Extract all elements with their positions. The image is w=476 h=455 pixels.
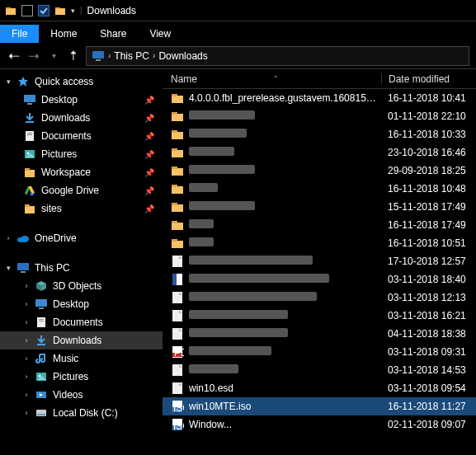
- nav-recent-dropdown[interactable]: ▾: [46, 49, 61, 63]
- file-name-redacted: [189, 364, 376, 376]
- chevron-right-icon[interactable]: ›: [23, 409, 30, 417]
- address-bar: 🠐 🠒 ▾ 🠑 › This PC › Downloads: [0, 43, 476, 69]
- tab-file[interactable]: File: [0, 25, 39, 43]
- sidebar-item-desktop[interactable]: Desktop📌: [0, 91, 163, 109]
- sidebar-item-pictures[interactable]: ›Pictures: [0, 368, 163, 386]
- folder-icon: [171, 237, 184, 250]
- column-date[interactable]: Date modified: [381, 73, 476, 85]
- file-row[interactable]: 29-09-2018 18:25: [163, 162, 476, 180]
- file-row[interactable]: 17-10-2018 12:57: [163, 252, 476, 270]
- file-row[interactable]: ISOWindow...02-11-2018 09:07: [163, 415, 476, 434]
- file-row[interactable]: 03-11-2018 18:40: [163, 270, 476, 288]
- tab-share[interactable]: Share: [88, 25, 138, 43]
- sidebar-item-pictures[interactable]: Pictures📌: [0, 145, 163, 163]
- chevron-down-icon[interactable]: ▾: [5, 264, 12, 272]
- chevron-right-icon[interactable]: ›: [23, 336, 30, 345]
- sidebar-item-label: This PC: [35, 262, 70, 274]
- chevron-right-icon[interactable]: ›: [23, 282, 30, 290]
- svg-rect-52: [172, 167, 177, 169]
- crumb-current[interactable]: Downloads: [158, 50, 207, 62]
- this-pc-icon: [92, 50, 105, 62]
- file-date: 03-11-2018 18:40: [381, 274, 476, 285]
- file-row[interactable]: 16-11-2018 10:48: [163, 180, 476, 198]
- this-pc-icon: [16, 261, 30, 274]
- sidebar-item-downloads[interactable]: ›Downloads: [0, 331, 163, 349]
- sidebar-item-label: Desktop: [41, 94, 78, 106]
- chevron-right-icon[interactable]: ›: [23, 391, 30, 399]
- sidebar-quick-access[interactable]: ▾ Quick access: [0, 73, 163, 91]
- sidebar-item-desktop[interactable]: ›Desktop: [0, 295, 163, 313]
- tab-view[interactable]: View: [138, 25, 182, 43]
- sidebar-item-label: Desktop: [53, 298, 89, 310]
- pin-icon: 📌: [144, 114, 154, 123]
- sidebar-item-documents[interactable]: ›Documents: [0, 313, 163, 331]
- qat-dropdown-icon[interactable]: ▾: [71, 7, 75, 15]
- file-date: 01-11-2018 22:10: [381, 110, 476, 122]
- select-toggle-icon[interactable]: [21, 5, 33, 16]
- nav-up-button[interactable]: 🠑: [66, 49, 81, 63]
- file-row[interactable]: 03-11-2018 16:21: [163, 307, 476, 325]
- chevron-right-icon[interactable]: ›: [23, 318, 30, 326]
- chevron-right-icon[interactable]: ›: [23, 373, 30, 381]
- properties-toggle-icon[interactable]: [38, 5, 49, 16]
- sidebar-item-documents[interactable]: Documents📌: [0, 127, 163, 145]
- sidebar-item-local-disk-c-[interactable]: ›Local Disk (C:): [0, 404, 163, 422]
- sidebar-onedrive[interactable]: › OneDrive: [0, 229, 163, 247]
- file-row[interactable]: PDF03-11-2018 09:31: [163, 343, 476, 361]
- folder-icon: [171, 164, 184, 177]
- pin-icon: 📌: [144, 150, 154, 159]
- svg-marker-20: [30, 193, 35, 195]
- pin-icon: 📌: [144, 96, 154, 105]
- file-row[interactable]: 16-11-2018 10:33: [163, 125, 476, 143]
- nav-back-button[interactable]: 🠐: [7, 49, 21, 63]
- star-icon: [16, 75, 30, 88]
- sidebar-item-videos[interactable]: ›Videos: [0, 386, 163, 404]
- file-row[interactable]: 23-10-2018 16:46: [163, 143, 476, 162]
- svg-rect-21: [25, 206, 35, 213]
- svg-rect-16: [25, 170, 35, 177]
- file-row[interactable]: 03-11-2018 12:13: [163, 288, 476, 307]
- file-date: 16-11-2018 17:49: [381, 219, 476, 231]
- file-name-redacted: [189, 183, 376, 195]
- nav-forward-button[interactable]: 🠒: [26, 49, 41, 63]
- sidebar-item-3d-objects[interactable]: ›3D Objects: [0, 277, 163, 295]
- sidebar-item-workspace[interactable]: Workspace📌: [0, 163, 163, 181]
- sidebar-item-label: Documents: [41, 130, 92, 142]
- file-row[interactable]: 04-11-2018 18:38: [163, 325, 476, 343]
- chevron-right-icon[interactable]: ›: [108, 51, 111, 60]
- file-row[interactable]: 16-11-2018 17:49: [163, 216, 476, 234]
- folder-icon: [171, 146, 184, 159]
- file-row[interactable]: 16-11-2018 10:51: [163, 234, 476, 252]
- sidebar-item-label: Pictures: [41, 148, 77, 160]
- svg-rect-67: [172, 310, 182, 321]
- file-row[interactable]: 03-11-2018 14:53: [163, 361, 476, 379]
- sidebar-this-pc[interactable]: ▾ This PC: [0, 259, 163, 277]
- crumb-root[interactable]: This PC: [114, 50, 149, 62]
- sidebar-item-label: Downloads: [53, 335, 101, 346]
- sidebar-item-google-drive[interactable]: Google Drive📌: [0, 181, 163, 199]
- sidebar-icon: [35, 279, 48, 293]
- file-row[interactable]: win10.esd03-11-2018 09:54: [163, 379, 476, 397]
- file-row[interactable]: 15-11-2018 17:49: [163, 198, 476, 216]
- svg-point-24: [17, 237, 24, 242]
- file-row[interactable]: ISOwin10MTE.iso16-11-2018 11:27: [163, 397, 476, 415]
- file-date: 29-09-2018 18:25: [381, 165, 476, 176]
- file-row[interactable]: 4.0.0.0.fbl_prerelease.gustavem.160815-0…: [163, 89, 476, 107]
- file-row[interactable]: 01-11-2018 22:10: [163, 107, 476, 125]
- chevron-right-icon[interactable]: ›: [5, 234, 12, 242]
- chevron-down-icon[interactable]: ▾: [5, 77, 12, 86]
- tab-home[interactable]: Home: [39, 25, 88, 43]
- sidebar-item-music[interactable]: ›Music: [0, 349, 163, 368]
- file-icon: [171, 364, 184, 377]
- sidebar-item-downloads[interactable]: Downloads📌: [0, 109, 163, 127]
- chevron-right-icon[interactable]: ›: [153, 51, 155, 60]
- breadcrumb[interactable]: › This PC › Downloads: [86, 46, 469, 66]
- svg-rect-2: [55, 8, 65, 15]
- svg-rect-9: [26, 121, 34, 123]
- file-date: 16-11-2018 10:48: [381, 183, 476, 195]
- sidebar-item-sites[interactable]: sites📌: [0, 199, 163, 218]
- sidebar-icon: [23, 184, 36, 197]
- chevron-right-icon[interactable]: ›: [23, 300, 30, 308]
- svg-rect-5: [96, 59, 101, 61]
- chevron-right-icon[interactable]: ›: [23, 354, 30, 363]
